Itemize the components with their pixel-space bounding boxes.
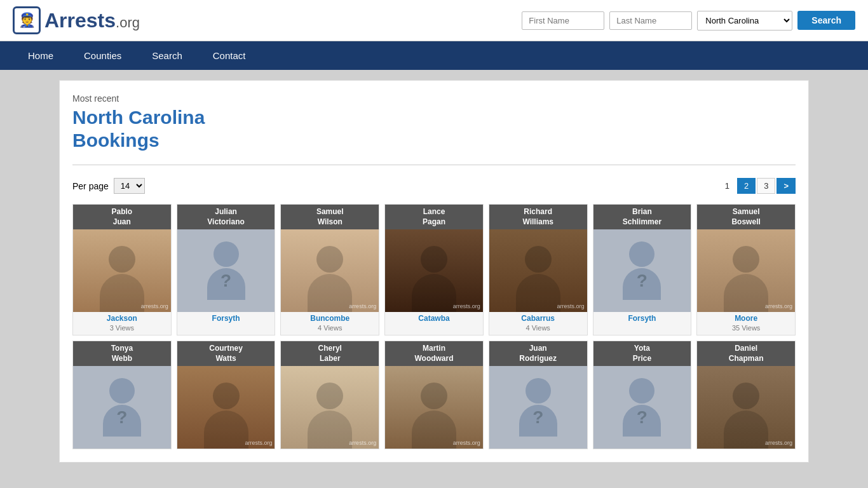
page-2-btn[interactable]: 2 — [737, 178, 756, 194]
controls-bar: Per page 7142128 1 2 3 > — [72, 178, 796, 194]
watermark: arrests.org — [141, 303, 168, 309]
card-photo: arrests.org — [385, 229, 483, 312]
header-search-button[interactable]: Search — [797, 11, 855, 30]
logo-link[interactable]: 👮 Arrests.org — [13, 6, 140, 34]
card-photo: ? — [177, 229, 275, 312]
watermark: arrests.org — [557, 303, 585, 309]
watermark: arrests.org — [765, 440, 792, 446]
card-photo: ? — [593, 366, 691, 449]
card-name: Lance Pagan — [385, 205, 483, 229]
card-county[interactable]: Buncombe — [281, 312, 379, 324]
card-photo: ? — [593, 229, 691, 312]
card-photo: arrests.org — [177, 366, 275, 449]
watermark: arrests.org — [349, 303, 376, 309]
last-name-input[interactable] — [609, 11, 692, 30]
card-name: Tonya Webb — [73, 341, 171, 366]
card-name: Richard Williams — [489, 205, 587, 229]
mugshot-card[interactable]: Pablo Juanarrests.orgJackson3 Views — [72, 204, 172, 336]
card-name: Martin Woodward — [385, 341, 483, 366]
card-views: 3 Views — [73, 324, 171, 335]
page-title: North Carolina Bookings — [72, 106, 796, 152]
card-photo: arrests.org — [281, 229, 379, 312]
card-photo: arrests.org — [489, 229, 587, 312]
card-name: Brian Schlimmer — [593, 205, 691, 229]
watermark: arrests.org — [453, 303, 480, 309]
nav-contact[interactable]: Contact — [198, 41, 261, 70]
mugshot-card[interactable]: Brian Schlimmer?Forsyth — [593, 204, 692, 336]
card-photo: arrests.org — [697, 229, 795, 312]
state-select[interactable]: North CarolinaAlabamaAlaskaArizonaArkans… — [697, 11, 792, 30]
card-views: 4 Views — [281, 324, 379, 335]
card-photo: ? — [489, 366, 587, 449]
card-name: Juan Rodriguez — [489, 341, 587, 366]
search-form: North CarolinaAlabamaAlaskaArizonaArkans… — [522, 11, 855, 30]
card-county[interactable]: Moore — [697, 312, 795, 324]
mugshot-card[interactable]: Cheryl Laberarrests.org — [280, 341, 379, 449]
card-name: Samuel Wilson — [281, 205, 379, 229]
mugshot-card[interactable]: Samuel Wilsonarrests.orgBuncombe4 Views — [280, 204, 379, 336]
card-views: 35 Views — [697, 324, 795, 335]
card-name: Cheryl Laber — [281, 341, 379, 366]
card-name: Julian Victoriano — [177, 205, 275, 229]
first-name-input[interactable] — [522, 11, 604, 30]
per-page-area: Per page 7142128 — [72, 178, 145, 194]
mugshot-card[interactable]: Samuel Boswellarrests.orgMoore35 Views — [696, 204, 796, 336]
mugshot-grid: Pablo Juanarrests.orgJackson3 ViewsJulia… — [72, 204, 796, 449]
most-recent-label: Most recent — [72, 93, 796, 104]
card-views: 4 Views — [489, 324, 587, 335]
card-county[interactable]: Cabarrus — [489, 312, 587, 324]
card-name: Yota Price — [593, 341, 691, 366]
card-name: Daniel Chapman — [697, 341, 795, 366]
mugshot-card[interactable]: Julian Victoriano?Forsyth — [177, 204, 276, 336]
mugshot-card[interactable]: Martin Woodwardarrests.org — [384, 341, 484, 449]
card-county[interactable]: Jackson — [73, 312, 171, 324]
main-nav: Home Counties Search Contact — [0, 41, 868, 70]
card-photo: ? — [73, 366, 171, 449]
page-title-line2: Bookings — [72, 130, 159, 151]
card-county[interactable]: Catawba — [385, 312, 483, 324]
card-county[interactable]: Forsyth — [177, 312, 275, 324]
main-content: Most recent North Carolina Bookings Per … — [59, 80, 809, 463]
card-name: Samuel Boswell — [697, 205, 795, 229]
watermark: arrests.org — [453, 440, 480, 446]
nav-home[interactable]: Home — [13, 41, 69, 70]
card-photo: arrests.org — [73, 229, 171, 312]
mugshot-card[interactable]: Richard Williamsarrests.orgCabarrus4 Vie… — [489, 204, 588, 336]
page-header: Most recent North Carolina Bookings — [72, 93, 796, 152]
pagination: 1 2 3 > — [719, 178, 796, 194]
nav-counties[interactable]: Counties — [69, 41, 137, 70]
logo-icon: 👮 — [13, 6, 41, 34]
card-photo: arrests.org — [385, 366, 483, 449]
logo-text: Arrests.org — [44, 9, 140, 32]
mugshot-card[interactable]: Tonya Webb? — [72, 341, 172, 449]
mugshot-card[interactable]: Juan Rodriguez? — [489, 341, 588, 449]
card-photo: arrests.org — [281, 366, 379, 449]
nav-search[interactable]: Search — [137, 41, 198, 70]
watermark: arrests.org — [245, 440, 272, 446]
mugshot-card[interactable]: Courtney Wattsarrests.org — [177, 341, 276, 449]
per-page-select[interactable]: 7142128 — [114, 178, 145, 194]
pagination-next[interactable]: > — [776, 178, 796, 194]
mugshot-card[interactable]: Daniel Chapmanarrests.org — [696, 341, 796, 449]
page-1-plain: 1 — [719, 179, 736, 193]
divider — [72, 165, 796, 165]
mugshot-card[interactable]: Lance Paganarrests.orgCatawba — [384, 204, 484, 336]
mugshot-card[interactable]: Yota Price? — [593, 341, 692, 449]
page-title-line1: North Carolina — [72, 107, 205, 128]
header: 👮 Arrests.org North CarolinaAlabamaAlask… — [0, 0, 868, 41]
card-name: Courtney Watts — [177, 341, 275, 366]
watermark: arrests.org — [349, 440, 376, 446]
card-name: Pablo Juan — [73, 205, 171, 229]
watermark: arrests.org — [765, 303, 792, 309]
card-photo: arrests.org — [697, 366, 795, 449]
logo-suffix: .org — [116, 15, 140, 30]
logo-arrests: Arrests — [44, 9, 116, 32]
per-page-label: Per page — [72, 181, 109, 191]
card-county[interactable]: Forsyth — [593, 312, 691, 324]
page-3-btn[interactable]: 3 — [757, 178, 775, 194]
